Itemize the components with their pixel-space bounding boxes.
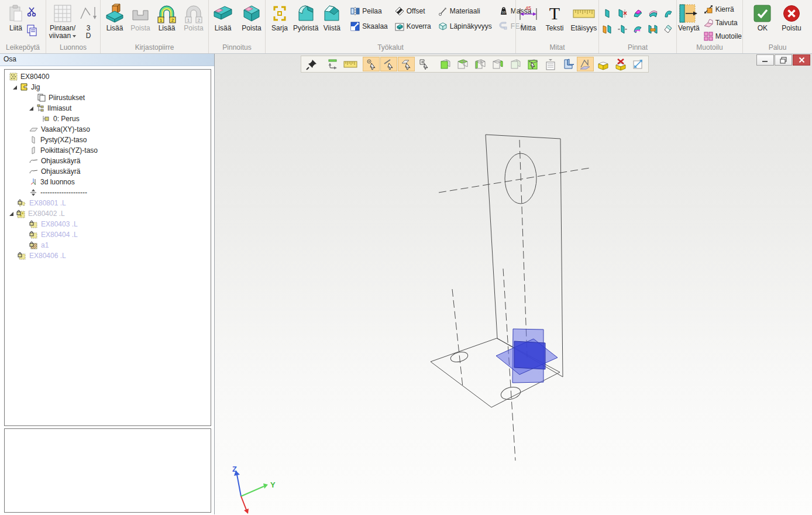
dimension-button[interactable]: 45 Mitta <box>516 2 541 33</box>
ruler-button[interactable] <box>342 57 359 71</box>
move-axis-button[interactable] <box>324 57 341 71</box>
surface-delete-button[interactable] <box>615 6 630 20</box>
select-point-button[interactable] <box>363 57 380 71</box>
rotate-button[interactable]: Kierrä <box>703 4 743 15</box>
sheet-menu-button[interactable] <box>542 57 559 71</box>
close-button[interactable] <box>793 54 810 66</box>
expand-view-button[interactable] <box>629 57 646 71</box>
mirror-label: Peilaa <box>362 7 381 15</box>
tree-item-a1[interactable]: a1 <box>5 240 211 250</box>
chamfer-button[interactable]: Viistä <box>320 2 343 33</box>
model-hole-base-1[interactable] <box>450 351 469 364</box>
part-locked-icon <box>29 220 38 228</box>
tree-item-ex80400[interactable]: EX80400 <box>5 71 211 82</box>
mirror-button[interactable]: Peilaa <box>349 5 388 17</box>
view-right-face-button[interactable] <box>489 57 506 71</box>
expander-icon[interactable] <box>29 107 33 111</box>
text-button[interactable]: T Teksti <box>544 2 566 33</box>
coating-add-button[interactable]: Lisää <box>211 2 235 33</box>
tree-item-drawings[interactable]: Piirustukset <box>5 92 211 103</box>
tree-item-ex80801[interactable]: EX80801 .L <box>5 198 211 208</box>
group-label-sketch: Luonnos <box>46 43 100 53</box>
group-label-tools: Työkalut <box>266 43 515 53</box>
tree-item-ex80402[interactable]: EX80402 .L <box>5 208 211 219</box>
shape-grid-icon <box>704 32 713 41</box>
sketch-on-surface-button[interactable]: Pintaan/ viivaan <box>47 2 78 40</box>
tree-item-instance-perus[interactable]: 0: Perus <box>5 114 211 124</box>
group-box-delete-button[interactable] <box>612 57 629 71</box>
select-solid-button[interactable] <box>524 57 541 71</box>
view-left-face-button[interactable] <box>472 57 488 71</box>
surface-join-button[interactable] <box>646 22 660 36</box>
surface-patch-button[interactable] <box>631 6 645 20</box>
library-remove-button[interactable]: Poista <box>129 2 152 33</box>
view-ghost-button[interactable] <box>507 57 524 71</box>
ok-button[interactable]: OK <box>752 2 773 33</box>
tree-item-jig[interactable]: Jig <box>5 82 211 92</box>
expander-icon[interactable] <box>9 212 13 216</box>
feature-tree[interactable]: EX80400 Jig Piirustukset Ilmiasut 0: Per… <box>4 69 211 426</box>
offset-icon <box>395 6 404 16</box>
surface-erase-button[interactable] <box>661 22 676 36</box>
surface-move-button[interactable] <box>615 22 630 36</box>
select-face-button[interactable] <box>398 57 415 71</box>
tree-item-guide-curve-1[interactable]: Ohjauskäyrä <box>5 156 211 166</box>
model-viewport[interactable]: Z Y X <box>214 54 812 514</box>
svg-text:2: 2 <box>171 18 174 23</box>
tree-item-ex80406[interactable]: EX80406 .L <box>5 250 211 261</box>
coating-remove-button[interactable]: Poista <box>240 2 263 33</box>
round-button[interactable]: Pyöristä <box>291 2 320 33</box>
select-edge-button[interactable] <box>380 57 397 71</box>
cut-button[interactable] <box>25 4 39 19</box>
tree-item-3d-sketch[interactable]: 3d luonnos <box>5 177 211 187</box>
sketch-3d-button[interactable]: 3 D <box>78 2 99 40</box>
hollow-button[interactable]: Koverra <box>394 20 432 32</box>
tree-item-ex80404[interactable]: EX80404 .L <box>5 229 211 240</box>
expander-icon[interactable] <box>13 85 17 90</box>
fea-icon <box>499 22 508 31</box>
view-shaded-button[interactable] <box>436 57 453 71</box>
scale-button[interactable]: Skaalaa <box>349 20 388 32</box>
library-add-pair-button[interactable]: 12 Lisää <box>154 2 179 33</box>
profile-button[interactable] <box>559 57 576 71</box>
bend-button[interactable]: Taivuta <box>703 17 743 29</box>
tree-item-separator[interactable]: -------------------- <box>5 187 211 198</box>
material-button[interactable]: Materiaali <box>437 5 493 17</box>
tree-item-instances[interactable]: Ilmiasut <box>5 103 211 114</box>
surface-create-button[interactable] <box>600 6 615 20</box>
tree-item-plane-xy[interactable]: Vaaka(XY)-taso <box>5 124 211 135</box>
view-top-face-button[interactable] <box>454 57 471 71</box>
surface-layers-button[interactable] <box>646 6 660 20</box>
library-remove-pair-button[interactable]: 12 Poista <box>181 2 206 33</box>
feature-clamp-icon <box>20 83 28 91</box>
datum-plane-front[interactable] <box>514 341 545 369</box>
pushpin-button[interactable] <box>303 57 320 71</box>
group-box-button[interactable] <box>594 57 611 71</box>
exit-button[interactable]: Poistu <box>780 2 803 33</box>
tree-item-ex80403[interactable]: EX80403 .L <box>5 219 211 229</box>
model-canvas[interactable]: Z Y X <box>215 54 809 514</box>
series-button[interactable]: Sarja <box>268 2 291 33</box>
surface-flip-button[interactable] <box>631 22 645 36</box>
tree-item-plane-yz[interactable]: Poikittais(YZ)-taso <box>5 145 211 156</box>
distance-button[interactable]: Etäisyys <box>569 2 599 33</box>
text-icon: T <box>546 2 563 25</box>
restore-button[interactable] <box>775 54 792 66</box>
library-add-button[interactable]: Lisää <box>103 2 126 33</box>
surface-pair-button[interactable] <box>600 22 615 36</box>
group-label-return: Paluu <box>743 43 812 53</box>
plane-curve-button[interactable] <box>577 57 594 71</box>
minimize-button[interactable] <box>756 54 774 66</box>
axis-triad: Z Y X <box>232 465 276 514</box>
shape-button[interactable]: Muotoile <box>703 30 743 42</box>
copy-button[interactable] <box>25 23 39 38</box>
tree-item-guide-curve-2[interactable]: Ohjauskäyrä <box>5 166 211 177</box>
centerlines <box>439 140 590 461</box>
select-feature-button[interactable] <box>415 57 432 71</box>
paste-button[interactable]: Liitä <box>6 2 25 33</box>
offset-button[interactable]: Offset <box>394 5 432 17</box>
transparency-button[interactable]: Läpinäkyvyys <box>437 20 493 32</box>
stretch-button[interactable]: Venytä <box>676 2 701 33</box>
tree-item-plane-xz[interactable]: Pysty(XZ)-taso <box>5 135 211 145</box>
surface-bend-button[interactable] <box>661 6 676 20</box>
